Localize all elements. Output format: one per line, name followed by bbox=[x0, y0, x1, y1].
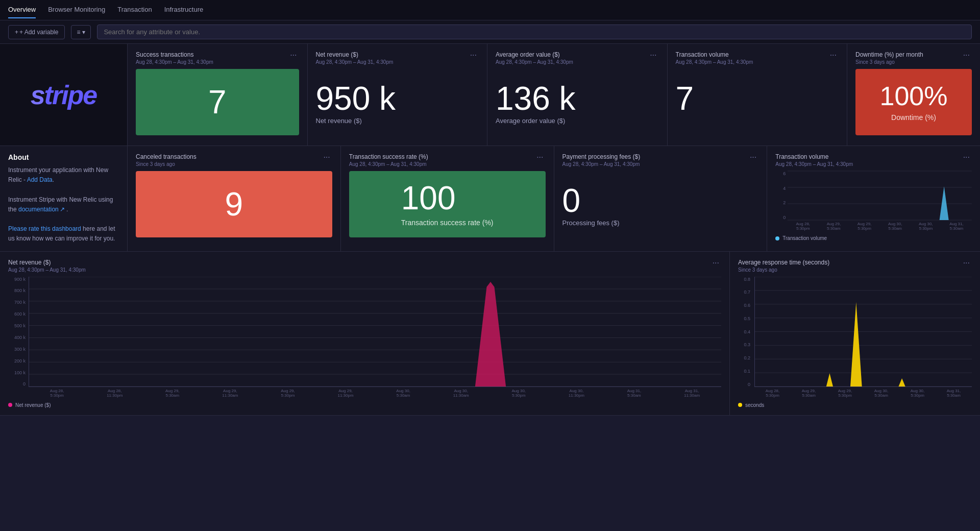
success-rate-value: 100 bbox=[401, 182, 494, 214]
nr-chart-more-button[interactable]: ··· bbox=[710, 259, 721, 267]
net-revenue-chart-cell: Net revenue ($) Aug 28, 4:30pm – Aug 31,… bbox=[0, 252, 730, 415]
nr-chart-header: Net revenue ($) Aug 28, 4:30pm – Aug 31,… bbox=[8, 259, 721, 273]
avg-order-value-more-button[interactable]: ··· bbox=[648, 51, 658, 59]
downtime-more-button[interactable]: ··· bbox=[961, 51, 972, 59]
tab-overview[interactable]: Overview bbox=[8, 2, 36, 18]
tv-chart-container: 6 4 2 0 Aug bbox=[775, 171, 972, 232]
net-revenue-title: Net revenue ($) bbox=[316, 51, 394, 58]
y-600k: 600 k bbox=[14, 311, 26, 317]
add-data-link[interactable]: Add Data bbox=[27, 176, 53, 183]
transaction-volume-date: Aug 28, 4:30pm – Aug 31, 4:30pm bbox=[676, 59, 753, 65]
downtime-tile-label: Downtime (%) bbox=[891, 113, 936, 122]
search-input[interactable] bbox=[97, 25, 972, 39]
about-text: Instrument your application with New Rel… bbox=[8, 165, 119, 244]
y-900k: 900 k bbox=[14, 277, 26, 282]
downtime-header: Downtime (%) per month Since 3 days ago … bbox=[855, 51, 972, 65]
nr-chart-svg bbox=[29, 277, 721, 387]
svg-marker-26 bbox=[850, 302, 862, 386]
y-500k: 500 k bbox=[14, 323, 26, 328]
net-revenue-metric: 950 k Net revenue ($) bbox=[316, 77, 479, 130]
about-cell: About Instrument your application with N… bbox=[0, 146, 128, 251]
toolbar: + + Add variable ≡ ▾ bbox=[0, 20, 980, 44]
tab-transaction[interactable]: Transaction bbox=[117, 2, 152, 18]
tv-chart-header: Transaction volume Aug 28, 4:30pm – Aug … bbox=[775, 153, 972, 167]
nr-chart-title: Net revenue ($) bbox=[8, 259, 86, 266]
y-0.5: 0.5 bbox=[744, 316, 750, 321]
net-revenue-value: 950 k bbox=[316, 82, 479, 115]
about-text-1: Instrument your application with New Rel… bbox=[8, 166, 108, 183]
svg-marker-4 bbox=[940, 186, 949, 220]
y-0.7: 0.7 bbox=[744, 289, 750, 295]
nr-legend-label: Net revenue ($) bbox=[15, 402, 51, 408]
avg-order-value-date: Aug 28, 4:30pm – Aug 31, 4:30pm bbox=[496, 59, 573, 65]
transaction-volume-chart-cell: Transaction volume Aug 28, 4:30pm – Aug … bbox=[767, 146, 980, 251]
main-content: stripe Success transactions Aug 28, 4:30… bbox=[0, 44, 980, 416]
processing-fees-header: Payment processing fees ($) Aug 28, 4:30… bbox=[562, 153, 759, 167]
net-revenue-more-button[interactable]: ··· bbox=[468, 51, 479, 59]
svg-marker-25 bbox=[826, 373, 833, 387]
y-0.6: 0.6 bbox=[744, 303, 750, 308]
transaction-volume-cell: Transaction volume Aug 28, 4:30pm – Aug … bbox=[668, 44, 848, 146]
svg-marker-15 bbox=[475, 281, 506, 386]
processing-fees-cell: Payment processing fees ($) Aug 28, 4:30… bbox=[554, 146, 768, 251]
success-transactions-more-button[interactable]: ··· bbox=[288, 51, 299, 59]
tv-chart-title: Transaction volume bbox=[775, 153, 853, 160]
success-rate-cell: Transaction success rate (%) Aug 28, 4:3… bbox=[341, 146, 554, 251]
nr-legend-dot bbox=[8, 403, 12, 407]
xnr-9: Aug 30,5:30pm bbox=[511, 389, 526, 398]
filter-button[interactable]: ≡ ▾ bbox=[71, 25, 91, 39]
y-0: 0 bbox=[23, 381, 26, 387]
xart-5: Aug 30,5:30pm bbox=[911, 389, 925, 398]
canceled-transactions-more-button[interactable]: ··· bbox=[321, 153, 332, 161]
add-variable-button[interactable]: + + Add variable bbox=[8, 25, 65, 39]
net-revenue-header: Net revenue ($) Aug 28, 4:30pm – Aug 31,… bbox=[316, 51, 479, 65]
xart-2: Aug 29,5:30am bbox=[802, 389, 816, 398]
y-0-rt: 0 bbox=[748, 382, 750, 387]
tv-legend-dot bbox=[775, 236, 779, 240]
downtime-value: 100% bbox=[880, 83, 948, 109]
success-rate-label: Transaction success rate (%) bbox=[401, 219, 494, 227]
avg-order-value-label: Average order value ($) bbox=[496, 117, 659, 125]
top-navigation: Overview Browser Monitoring Transaction … bbox=[0, 0, 980, 20]
tab-infrastructure[interactable]: Infrastructure bbox=[164, 2, 204, 18]
metrics-row-1: stripe Success transactions Aug 28, 4:30… bbox=[0, 44, 980, 146]
documentation-link[interactable]: documentation ↗ bbox=[18, 205, 65, 214]
processing-fees-metric: 0 Processing fees ($) bbox=[562, 179, 759, 232]
xart-3: Aug 29,5:30pm bbox=[838, 389, 852, 398]
avg-order-value-cell: Average order value ($) Aug 28, 4:30pm –… bbox=[487, 44, 668, 146]
xnr-6: Aug 29,11:30pm bbox=[337, 389, 353, 398]
art-legend-dot bbox=[738, 403, 742, 407]
tab-browser-monitoring[interactable]: Browser Monitoring bbox=[48, 2, 105, 18]
success-transactions-cell: Success transactions Aug 28, 4:30pm – Au… bbox=[128, 44, 308, 146]
transaction-volume-more-button[interactable]: ··· bbox=[828, 51, 839, 59]
xnr-11: Aug 31,5:30am bbox=[627, 389, 642, 398]
y-800k: 800 k bbox=[14, 288, 26, 293]
processing-fees-value: 0 bbox=[562, 184, 759, 217]
xart-6: Aug 31,5:30am bbox=[947, 389, 961, 398]
transaction-volume-header: Transaction volume Aug 28, 4:30pm – Aug … bbox=[676, 51, 839, 65]
success-rate-more-button[interactable]: ··· bbox=[534, 153, 545, 161]
about-text-2: . bbox=[53, 176, 54, 183]
success-transactions-value: 7 bbox=[208, 86, 227, 118]
svg-marker-27 bbox=[898, 378, 905, 387]
net-revenue-cell: Net revenue ($) Aug 28, 4:30pm – Aug 31,… bbox=[308, 44, 488, 146]
xnr-3: Aug 29,5:30am bbox=[165, 389, 180, 398]
transaction-volume-value: 7 bbox=[676, 82, 839, 115]
downtime-cell: Downtime (%) per month Since 3 days ago … bbox=[847, 44, 980, 146]
success-rate-title: Transaction success rate (%) bbox=[349, 153, 428, 160]
canceled-transactions-cell: Canceled transactions Since 3 days ago ·… bbox=[128, 146, 341, 251]
success-rate-tile: 100 Transaction success rate (%) bbox=[349, 171, 546, 237]
transaction-volume-metric: 7 bbox=[676, 77, 839, 120]
art-chart-more-button[interactable]: ··· bbox=[961, 259, 972, 267]
rate-dashboard-link[interactable]: Please rate this dashboard bbox=[8, 225, 81, 232]
avg-order-value-header: Average order value ($) Aug 28, 4:30pm –… bbox=[496, 51, 659, 65]
processing-fees-more-button[interactable]: ··· bbox=[748, 153, 758, 161]
xnr-1: Aug 28,5:30pm bbox=[50, 389, 64, 398]
y-100k: 100 k bbox=[14, 370, 26, 375]
y-label-4: 4 bbox=[783, 186, 786, 191]
x-label-aug30p: Aug 30,5:30pm bbox=[919, 222, 933, 231]
tv-chart-more-button[interactable]: ··· bbox=[961, 153, 972, 161]
xnr-12: Aug 31,11:30am bbox=[684, 389, 700, 398]
chevron-down-icon: ▾ bbox=[82, 29, 85, 36]
tv-chart-date: Aug 28, 4:30pm – Aug 31, 4:30pm bbox=[775, 161, 853, 167]
